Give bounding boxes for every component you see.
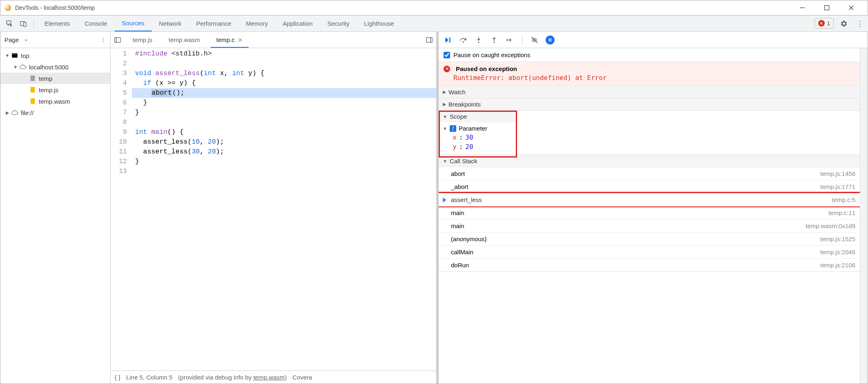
svg-rect-5 (31, 87, 35, 93)
svg-point-11 (493, 42, 495, 43)
pause-on-caught-label: Pause on caught exceptions (453, 51, 530, 58)
resume-icon[interactable] (442, 34, 453, 46)
stack-frame[interactable]: maintemp.c:11 (439, 206, 868, 219)
debugger-panel: Pause on caught exceptions ✕ Paused on e… (436, 32, 868, 384)
tree-file-label: temp.js (39, 87, 58, 93)
pause-on-exceptions-icon[interactable] (544, 34, 556, 46)
tab-lighthouse[interactable]: Lighthouse (357, 16, 401, 31)
toggle-debugger-icon[interactable] (422, 37, 436, 43)
stack-frame[interactable]: doRuntemp.js:2106 (439, 258, 868, 271)
tab-sources[interactable]: Sources (115, 16, 152, 31)
status-position: Line 5, Column 5 (126, 374, 172, 381)
toggle-navigator-icon[interactable] (111, 37, 124, 43)
tab-security[interactable]: Security (320, 16, 357, 31)
minimize-button[interactable] (790, 0, 815, 16)
tree-file-temp[interactable]: temp (0, 73, 110, 84)
watch-section[interactable]: ▶Watch (439, 86, 868, 98)
stack-frame[interactable]: maintemp.wasm:0x1d9 (439, 219, 868, 232)
stack-frame[interactable]: _aborttemp.js:1771 (439, 180, 868, 193)
nav-overflow-icon[interactable]: ⋮ (100, 37, 106, 43)
paused-exception-title: Paused on exception (456, 65, 517, 72)
more-icon[interactable]: ⋮ (852, 16, 868, 31)
tree-top-label: top (21, 52, 29, 59)
pause-on-caught-checkbox[interactable] (444, 52, 450, 58)
stack-frame[interactable]: callMaintemp.js:2046 (439, 245, 868, 258)
frame-icon (11, 52, 18, 59)
tree-file-tempwasm[interactable]: temp.wasm (0, 95, 110, 107)
code-area[interactable]: 1 2 3 4 5 6 7 8 9 10 11 12 13 #include <… (111, 48, 436, 371)
nav-more-tabs-icon[interactable]: » (24, 37, 27, 43)
stack-frame[interactable]: aborttemp.js:1456 (439, 167, 868, 180)
deactivate-breakpoints-icon[interactable] (529, 34, 540, 46)
close-button[interactable] (839, 0, 864, 16)
file-icon (29, 75, 36, 82)
callstack-section: ▼Call Stack aborttemp.js:1456 _aborttemp… (439, 155, 868, 272)
stack-frame-current[interactable]: assert_lesstemp.c:5 (439, 193, 868, 206)
svg-point-10 (478, 42, 479, 43)
select-element-icon[interactable] (2, 16, 16, 31)
tree-file-label: temp.wasm (39, 98, 70, 105)
scope-content: ▼ f Parameter x: 30 y: 20 (439, 122, 517, 155)
devtools-tabstrip: Elements Console Sources Network Perform… (0, 16, 868, 32)
paused-exception-message: RuntimeError: abort(undefined) at Error (444, 74, 863, 82)
scope-section[interactable]: ▼Scope ▼ f Parameter x: 30 y: 20 (439, 111, 868, 155)
tree-file-scheme[interactable]: ▶ file:// (0, 107, 110, 118)
tab-memory[interactable]: Memory (239, 16, 275, 31)
device-toolbar-icon[interactable] (16, 16, 30, 31)
source-editor: temp.js temp.wasm temp.c✕ 1 2 3 4 5 6 7 … (111, 32, 436, 384)
status-braces[interactable]: { } (115, 374, 120, 381)
tab-performance[interactable]: Performance (189, 16, 239, 31)
step-into-icon[interactable] (473, 34, 484, 46)
scope-group-parameter[interactable]: ▼ f Parameter (443, 124, 513, 133)
error-icon: ✕ (444, 66, 450, 72)
status-coverage[interactable]: Covera (293, 374, 312, 381)
step-out-icon[interactable] (488, 34, 500, 46)
editor-tab-tempjs[interactable]: temp.js (124, 32, 160, 48)
stack-frame[interactable]: (anonymous)temp.js:1525 (439, 232, 868, 245)
svg-point-9 (462, 41, 464, 42)
error-count-pill[interactable]: ✕ 1 (815, 18, 834, 29)
tab-elements[interactable]: Elements (37, 16, 78, 31)
cloud-icon (19, 63, 27, 71)
svg-rect-8 (426, 38, 432, 42)
scope-var-y[interactable]: y: 20 (443, 142, 513, 151)
tree-host[interactable]: ▼ localhost:5000 (0, 61, 110, 73)
file-icon (29, 98, 36, 105)
svg-rect-7 (115, 38, 120, 42)
tab-network[interactable]: Network (152, 16, 189, 31)
tree-file-scheme-label: file:// (21, 109, 34, 116)
svg-rect-3 (12, 53, 18, 58)
svg-point-12 (506, 39, 508, 40)
code-body[interactable]: #include <stdlib.h> void assert_less(int… (132, 48, 436, 371)
nav-page-label[interactable]: Page (4, 36, 19, 43)
tab-application[interactable]: Application (275, 16, 320, 31)
file-icon (29, 86, 36, 93)
callstack-header[interactable]: ▼Call Stack (439, 155, 868, 167)
status-debuginfo: (provided via debug info by temp.wasm) (178, 374, 287, 381)
callstack-list: aborttemp.js:1456 _aborttemp.js:1771 ass… (439, 167, 868, 271)
status-debuginfo-link[interactable]: temp.wasm (253, 374, 285, 381)
window-buttons (790, 0, 864, 16)
tree-top[interactable]: ▼ top (0, 50, 110, 61)
scope-var-x[interactable]: x: 30 (443, 133, 513, 142)
pause-on-caught-row[interactable]: Pause on caught exceptions (439, 48, 868, 62)
svg-rect-2 (24, 22, 26, 27)
window-title: DevTools - localhost:5000/temp (15, 4, 790, 11)
step-over-icon[interactable] (457, 34, 469, 46)
tree-host-label: localhost:5000 (29, 64, 69, 71)
tree-file-tempjs[interactable]: temp.js (0, 84, 110, 95)
close-tab-icon[interactable]: ✕ (238, 37, 243, 43)
step-icon[interactable] (504, 34, 515, 46)
error-icon: ✕ (818, 20, 825, 27)
function-badge-icon: f (450, 125, 456, 132)
breakpoints-section[interactable]: ▶Breakpoints (439, 98, 868, 111)
tab-console[interactable]: Console (78, 16, 115, 31)
maximize-button[interactable] (815, 0, 839, 16)
editor-statusbar: { } Line 5, Column 5 (provided via debug… (111, 371, 436, 384)
devtools-app-icon (4, 4, 11, 11)
editor-tab-tempwasm[interactable]: temp.wasm (160, 32, 208, 48)
debugger-toolbar (439, 32, 868, 48)
settings-icon[interactable] (835, 16, 852, 31)
paused-exception-box: ✕ Paused on exception RuntimeError: abor… (439, 62, 868, 86)
editor-tab-tempc[interactable]: temp.c✕ (208, 32, 251, 48)
